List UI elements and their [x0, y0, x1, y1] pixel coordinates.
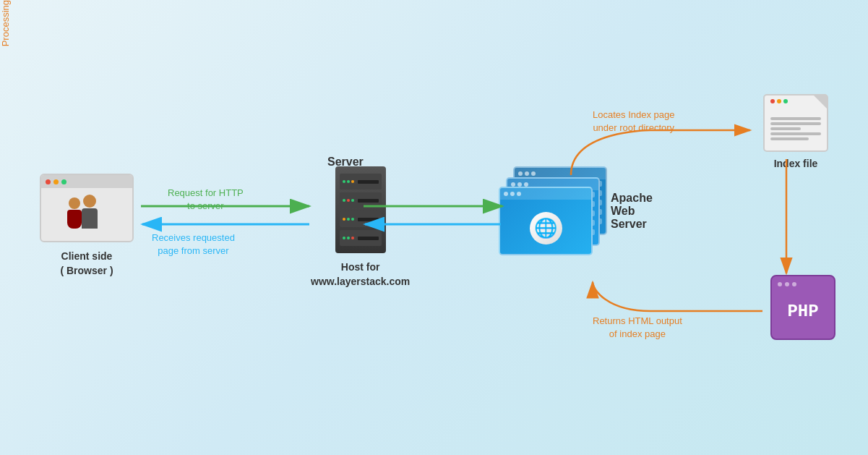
- file-icon-inner: [765, 117, 827, 140]
- dot-yellow: [53, 179, 59, 184]
- client-block: Client side ( Browser ): [40, 174, 134, 278]
- file-titlebar-dots: [770, 99, 788, 103]
- male-body: [82, 208, 98, 229]
- index-file-block: Index file: [763, 94, 828, 169]
- php-file-icon: PHP: [770, 275, 835, 340]
- apache-browser-stack: 🌐: [499, 166, 611, 257]
- browser-content: [41, 188, 132, 242]
- stack-window-front: 🌐: [499, 187, 593, 255]
- arrow-label-returns: Returns HTML outputof index page: [593, 315, 682, 341]
- person-female: [67, 197, 82, 229]
- female-head: [69, 197, 80, 209]
- person-male: [82, 195, 98, 229]
- arrow-label-receives: Receives requestedpage from server: [152, 231, 235, 258]
- server-unit-4: [340, 230, 382, 246]
- php-dots-row: [778, 282, 796, 286]
- client-label: Client side ( Browser ): [60, 250, 113, 278]
- dot-green: [61, 179, 66, 184]
- file-dot-green: [783, 99, 788, 103]
- female-body: [67, 210, 82, 229]
- browser-window: [40, 174, 134, 242]
- host-label: Host for www.layerstack.com: [311, 260, 410, 289]
- arrow-label-request: Request for HTTPto server: [168, 187, 244, 213]
- globe-icon: 🌐: [530, 212, 562, 244]
- apache-label: Apache Web Server: [611, 192, 653, 231]
- male-head: [83, 195, 96, 208]
- server-block: Host for www.layerstack.com: [311, 166, 410, 289]
- file-dot-yellow: [777, 99, 781, 103]
- diagram-container: Client side ( Browser ) Server: [0, 0, 868, 455]
- php-text: PHP: [787, 302, 818, 321]
- index-file-label: Index file: [774, 158, 818, 169]
- file-dot-red: [770, 99, 775, 103]
- index-file-icon: [763, 94, 828, 152]
- arrow-label-processing: Processing: [0, 0, 11, 46]
- dot-red: [46, 179, 51, 184]
- apache-block: 🌐 Apache Web Server: [499, 166, 611, 257]
- server-unit-2: [340, 192, 382, 208]
- server-unit-3: [340, 211, 382, 227]
- arrow-label-locates: Locates Index pageunder root directory: [593, 109, 674, 135]
- people-icon: [61, 195, 112, 238]
- browser-titlebar: [41, 175, 132, 188]
- file-icon-corner: [814, 95, 827, 109]
- server-tower: [335, 166, 386, 253]
- php-file-block: PHP: [770, 275, 835, 340]
- arrow-returns: [593, 282, 762, 311]
- server-unit-1: [340, 174, 382, 190]
